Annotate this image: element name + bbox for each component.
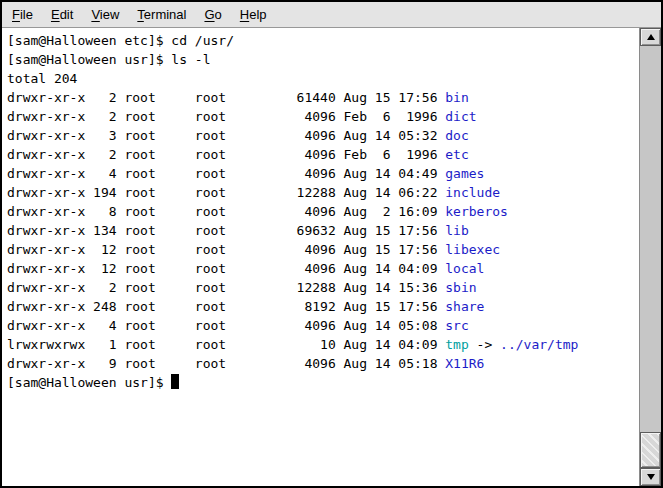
menu-label-rest: erminal xyxy=(144,7,187,22)
menu-label-rest: ile xyxy=(20,7,33,22)
file-name: X11R6 xyxy=(445,356,484,371)
file-name: bin xyxy=(445,90,468,105)
listing-row-attributes: drwxr-xr-x 12 root root 4096 Aug 14 04:0… xyxy=(7,261,445,276)
terminal-prompt-line: [sam@Halloween usr]$ xyxy=(7,373,637,392)
symlink-arrow: -> xyxy=(469,337,500,352)
scrollbar-up-button[interactable] xyxy=(640,28,661,46)
menu-label-rest: dit xyxy=(60,7,74,22)
menu-label-mnemonic: G xyxy=(204,7,214,22)
terminal-window: FileEditViewTerminalGoHelp [sam@Hallowee… xyxy=(0,0,663,488)
file-name: local xyxy=(445,261,484,276)
listing-row: drwxr-xr-x 2 root root 4096 Feb 6 1996 d… xyxy=(7,107,637,126)
terminal-line: total 204 xyxy=(7,69,637,88)
terminal-output-area[interactable]: [sam@Halloween etc]$ cd /usr/[sam@Hallow… xyxy=(2,28,639,486)
listing-row: drwxr-xr-x 2 root root 61440 Aug 15 17:5… xyxy=(7,88,637,107)
listing-row: drwxr-xr-x 2 root root 12288 Aug 14 15:3… xyxy=(7,278,637,297)
listing-row-attributes: drwxr-xr-x 2 root root 61440 Aug 15 17:5… xyxy=(7,90,445,105)
listing-row: drwxr-xr-x 2 root root 4096 Feb 6 1996 e… xyxy=(7,145,637,164)
terminal-line: [sam@Halloween usr]$ ls -l xyxy=(7,50,637,69)
listing-row-attributes: drwxr-xr-x 8 root root 4096 Aug 2 16:09 xyxy=(7,204,445,219)
listing-row-attributes: drwxr-xr-x 248 root root 8192 Aug 15 17:… xyxy=(7,299,445,314)
listing-row: drwxr-xr-x 12 root root 4096 Aug 15 17:5… xyxy=(7,240,637,259)
menu-label-mnemonic: V xyxy=(91,7,99,22)
listing-row-attributes: drwxr-xr-x 2 root root 4096 Feb 6 1996 xyxy=(7,109,445,124)
scrollbar[interactable] xyxy=(639,28,661,486)
menu-label-mnemonic: H xyxy=(240,7,249,22)
menu-terminal[interactable]: Terminal xyxy=(128,3,195,27)
listing-row-attributes: drwxr-xr-x 9 root root 4096 Aug 14 05:18 xyxy=(7,356,445,371)
arrow-down-icon xyxy=(647,474,655,480)
listing-row-attributes: lrwxrwxrwx 1 root root 10 Aug 14 04:09 xyxy=(7,337,445,352)
menu-label-rest: elp xyxy=(249,7,266,22)
listing-row-attributes: drwxr-xr-x 3 root root 4096 Aug 14 05:32 xyxy=(7,128,445,143)
listing-row-attributes: drwxr-xr-x 12 root root 4096 Aug 15 17:5… xyxy=(7,242,445,257)
file-name: libexec xyxy=(445,242,500,257)
listing-row: drwxr-xr-x 134 root root 69632 Aug 15 17… xyxy=(7,221,637,240)
terminal-line: [sam@Halloween etc]$ cd /usr/ xyxy=(7,31,637,50)
symlink-target: ../var/tmp xyxy=(500,337,578,352)
listing-row-attributes: drwxr-xr-x 4 root root 4096 Aug 14 04:49 xyxy=(7,166,445,181)
listing-row: drwxr-xr-x 8 root root 4096 Aug 2 16:09 … xyxy=(7,202,637,221)
listing-row-attributes: drwxr-xr-x 2 root root 4096 Feb 6 1996 xyxy=(7,147,445,162)
listing-row: lrwxrwxrwx 1 root root 10 Aug 14 04:09 t… xyxy=(7,335,637,354)
file-name: games xyxy=(445,166,484,181)
file-name: dict xyxy=(445,109,476,124)
file-name: share xyxy=(445,299,484,314)
file-name: include xyxy=(445,185,500,200)
listing-row: drwxr-xr-x 4 root root 4096 Aug 14 04:49… xyxy=(7,164,637,183)
listing-row-attributes: drwxr-xr-x 2 root root 12288 Aug 14 15:3… xyxy=(7,280,445,295)
file-name: src xyxy=(445,318,468,333)
menu-label-mnemonic: E xyxy=(51,7,60,22)
menu-help[interactable]: Help xyxy=(231,3,276,27)
window-content: [sam@Halloween etc]$ cd /usr/[sam@Hallow… xyxy=(2,28,661,486)
file-name: etc xyxy=(445,147,468,162)
listing-row-attributes: drwxr-xr-x 194 root root 12288 Aug 14 06… xyxy=(7,185,445,200)
file-name: kerberos xyxy=(445,204,508,219)
listing-row: drwxr-xr-x 194 root root 12288 Aug 14 06… xyxy=(7,183,637,202)
file-name: tmp xyxy=(445,337,468,352)
file-name: lib xyxy=(445,223,468,238)
listing-row-attributes: drwxr-xr-x 134 root root 69632 Aug 15 17… xyxy=(7,223,445,238)
listing-row-attributes: drwxr-xr-x 4 root root 4096 Aug 14 05:08 xyxy=(7,318,445,333)
scrollbar-down-button[interactable] xyxy=(640,468,661,486)
menu-file[interactable]: File xyxy=(3,3,42,27)
listing-row: drwxr-xr-x 9 root root 4096 Aug 14 05:18… xyxy=(7,354,637,373)
menu-view[interactable]: View xyxy=(82,3,128,27)
menu-label-rest: o xyxy=(215,7,222,22)
menu-label-mnemonic: F xyxy=(12,7,20,22)
menu-label-rest: iew xyxy=(100,7,120,22)
arrow-up-icon xyxy=(647,34,655,40)
scrollbar-track[interactable] xyxy=(640,46,661,468)
scrollbar-thumb[interactable] xyxy=(640,432,661,468)
listing-row: drwxr-xr-x 4 root root 4096 Aug 14 05:08… xyxy=(7,316,637,335)
terminal-cursor xyxy=(171,374,179,389)
shell-prompt: [sam@Halloween usr]$ xyxy=(7,375,171,390)
file-name: doc xyxy=(445,128,468,143)
listing-row: drwxr-xr-x 12 root root 4096 Aug 14 04:0… xyxy=(7,259,637,278)
listing-row: drwxr-xr-x 248 root root 8192 Aug 15 17:… xyxy=(7,297,637,316)
file-name: sbin xyxy=(445,280,476,295)
menu-bar: FileEditViewTerminalGoHelp xyxy=(2,2,661,28)
listing-row: drwxr-xr-x 3 root root 4096 Aug 14 05:32… xyxy=(7,126,637,145)
menu-edit[interactable]: Edit xyxy=(42,3,82,27)
menu-go[interactable]: Go xyxy=(195,3,230,27)
